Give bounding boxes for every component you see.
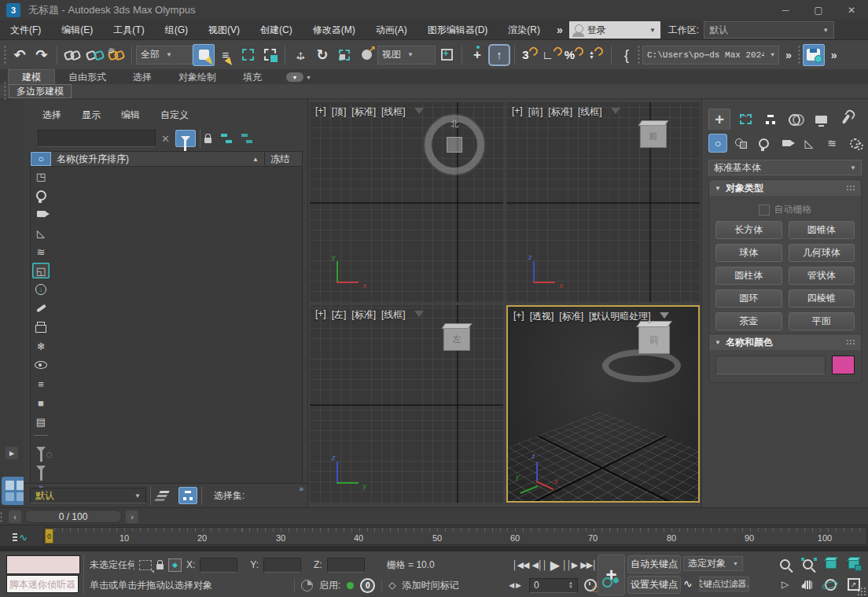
viewcube-compass[interactable]: 北 xyxy=(425,115,484,175)
select-and-place-button[interactable] xyxy=(355,44,377,66)
next-key-button[interactable]: ││▶ xyxy=(562,560,577,570)
ribbon-tab-freeform[interactable]: 自由形式 xyxy=(55,70,120,84)
time-configuration-icon[interactable] xyxy=(584,579,597,591)
view-list-icon[interactable]: ≡ xyxy=(32,376,50,392)
auto-key-button[interactable]: 自动关键点 xyxy=(627,555,681,573)
keyboard-shortcut-override-toggle[interactable]: ↑ xyxy=(488,44,510,66)
set-key-button[interactable]: 设置关键点 xyxy=(627,576,681,594)
key-filters-button[interactable]: 关键点过滤器... xyxy=(699,577,749,591)
viewport-menu-plus[interactable]: [+] xyxy=(513,310,524,323)
select-and-manipulate-button[interactable]: + xyxy=(466,44,488,66)
next-frame-button[interactable]: › xyxy=(126,510,138,523)
geometry-category-dropdown[interactable]: 标准基本体▼ xyxy=(708,160,862,175)
category-geometry[interactable]: ○ xyxy=(708,134,727,153)
time-slider-marker[interactable]: 0 xyxy=(45,529,53,544)
viewport-menu-plus[interactable]: [+] xyxy=(315,308,326,322)
time-slider[interactable]: 0 / 100 xyxy=(24,510,122,523)
select-and-rotate-button[interactable]: ↻ xyxy=(311,44,333,66)
toolbar-overflow-chevron[interactable]: » xyxy=(779,49,798,61)
viewport-menu-shading[interactable]: [线框] xyxy=(381,105,406,119)
frame-step-arrows[interactable]: ◀▶ xyxy=(509,581,523,589)
category-systems[interactable] xyxy=(845,134,864,153)
viewport-menu-view[interactable]: [左] xyxy=(332,308,347,322)
display-bones-icon[interactable] xyxy=(32,300,50,316)
explorer-menu-display[interactable]: 显示 xyxy=(82,109,101,122)
tube-button[interactable]: 管状体 xyxy=(789,267,855,285)
filter-icon[interactable] xyxy=(32,460,50,476)
cone-button[interactable]: 圆锥体 xyxy=(789,221,855,239)
explorer-menu-edit[interactable]: 编辑 xyxy=(121,109,140,122)
zoom-all-button[interactable] xyxy=(796,554,819,574)
unlink-selection-button[interactable] xyxy=(83,44,105,66)
autogrid-checkbox[interactable] xyxy=(759,205,770,216)
viewport-menu-shading[interactable]: [默认明暗处理] xyxy=(589,310,651,323)
menu-rendering[interactable]: 渲染(R) xyxy=(498,20,550,39)
bind-to-spacewarp-button[interactable]: ≋ xyxy=(105,44,127,66)
viewport-filter-icon[interactable] xyxy=(611,108,620,114)
layers-icon[interactable] xyxy=(159,491,170,493)
ribbon-minimize-button[interactable]: ▼ ▼ xyxy=(286,72,311,82)
ribbon-tab-object-paint[interactable]: 对象绘制 xyxy=(165,70,230,84)
toolbar-grip[interactable] xyxy=(638,45,640,65)
viewport-filter-icon[interactable] xyxy=(414,311,424,317)
named-selection-sets-button[interactable]: { xyxy=(616,44,638,66)
category-lights[interactable] xyxy=(754,134,773,153)
current-frame-spinner[interactable]: 0 ▲▼ xyxy=(529,578,578,593)
selection-filter-dropdown[interactable]: 全部▼ xyxy=(136,46,193,64)
viewport-menu-style[interactable]: [标准] xyxy=(351,308,376,322)
percent-snap-toggle[interactable]: % xyxy=(563,44,585,66)
zoom-extents-button[interactable] xyxy=(819,554,842,574)
object-color-swatch[interactable] xyxy=(832,356,855,374)
viewport-menu-style[interactable]: [标准] xyxy=(351,105,376,119)
zoom-region-button[interactable]: ▷ xyxy=(774,574,796,595)
viewport-front[interactable]: [+] [前] [标准] [线框] 前 z x xyxy=(506,102,700,302)
tab-utilities[interactable] xyxy=(836,109,856,130)
viewport-menu-view[interactable]: [顶] xyxy=(332,105,347,119)
spinner-snap-toggle[interactable]: ▲▼ xyxy=(585,44,607,66)
viewport-menu-plus[interactable]: [+] xyxy=(315,105,326,119)
viewcube[interactable]: 左 xyxy=(443,327,470,351)
menu-file[interactable]: 文件(F) xyxy=(0,20,51,39)
expand-hierarchy-icon[interactable] xyxy=(221,134,232,143)
mini-curve-editor-icon[interactable]: ∿ xyxy=(19,532,28,544)
category-helpers[interactable]: ◺ xyxy=(800,134,818,153)
minimize-button[interactable]: ─ xyxy=(769,0,802,20)
lock-icon[interactable] xyxy=(204,138,211,143)
pan-button[interactable] xyxy=(796,574,819,595)
ribbon-tab-selection[interactable]: 选择 xyxy=(120,70,165,84)
viewport-menu-plus[interactable]: [+] xyxy=(512,105,523,119)
display-lights-icon[interactable] xyxy=(32,187,50,203)
count-badge[interactable]: 0 xyxy=(360,578,375,593)
z-coordinate-field[interactable] xyxy=(327,558,365,573)
display-shapes-icon[interactable]: ◳ xyxy=(32,168,50,184)
teapot-button[interactable]: 茶壶 xyxy=(715,312,782,330)
viewport-left[interactable]: [+] [左] [标准] [线框] 左 z y xyxy=(310,305,503,503)
key-selection-set-dropdown[interactable]: 选定对象▼ xyxy=(683,556,743,571)
absolute-offset-toggle-icon[interactable]: ◆ xyxy=(168,558,182,572)
viewport-menu-style[interactable]: [标准] xyxy=(548,105,572,119)
collapse-hierarchy-icon[interactable] xyxy=(241,134,252,143)
ribbon-tab-modeling[interactable]: 建模 xyxy=(8,69,55,84)
box-button[interactable]: 长方体 xyxy=(715,221,782,239)
tab-create[interactable]: + xyxy=(708,109,730,130)
tab-display[interactable] xyxy=(811,109,831,130)
use-pivot-center-button[interactable] xyxy=(436,44,458,66)
view-material-icon[interactable]: ■ xyxy=(32,395,50,411)
tab-modify[interactable]: ⌒ xyxy=(735,109,756,130)
previous-key-button[interactable]: ◀││ xyxy=(531,560,546,570)
play-button[interactable]: ▶ xyxy=(550,558,559,573)
viewcube[interactable]: 前 xyxy=(640,124,667,148)
select-and-link-button[interactable] xyxy=(61,44,83,66)
search-filter-button[interactable] xyxy=(175,130,196,147)
add-time-tag[interactable]: 添加时间标记 xyxy=(403,579,459,592)
hierarchy-view-button[interactable] xyxy=(178,487,197,504)
toolbar-grip[interactable] xyxy=(4,45,6,65)
app-logo-icon[interactable]: 3 xyxy=(6,3,20,17)
display-hidden-icon[interactable] xyxy=(32,357,50,373)
explorer-overflow-chevron[interactable]: » xyxy=(299,485,303,493)
timeline-ruler[interactable]: 10 20 30 40 50 60 70 80 90 100 0 xyxy=(43,527,867,545)
display-frozen-icon[interactable]: ❄ xyxy=(32,338,50,354)
category-spacewarps[interactable]: ≋ xyxy=(822,134,841,153)
select-and-scale-button[interactable] xyxy=(333,44,355,66)
menu-modifiers[interactable]: 修改器(M) xyxy=(303,20,366,39)
